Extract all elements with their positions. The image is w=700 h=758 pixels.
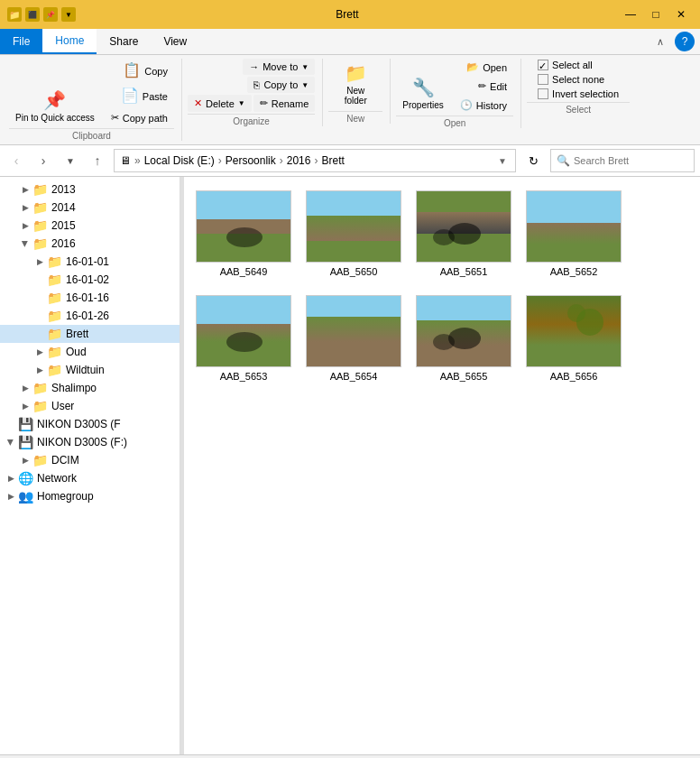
sidebar-item-dcim[interactable]: ▶ 📁 DCIM [0,451,180,469]
file-item-AAB_5654[interactable]: AAB_5654 [303,291,404,386]
sidebar-item-network[interactable]: ▶ 🌐 Network [0,469,180,487]
new-folder-button[interactable]: 📁 Newfolder [328,59,382,109]
tree-label-nikon-e: NIKON D300S (F [37,418,121,430]
maximize-button[interactable]: □ [644,5,668,23]
file-item-AAB_5652[interactable]: AAB_5652 [523,186,624,282]
tab-home[interactable]: Home [42,29,97,54]
select-none-item[interactable]: Select none [534,73,622,86]
sidebar-item-brett[interactable]: 📁 Brett [0,325,180,343]
invert-checkbox[interactable] [538,88,548,99]
sidebar-item-2015[interactable]: ▶ 📁 2015 [0,217,180,235]
refresh-button[interactable]: ↻ [521,149,545,172]
title-bar: 📁 ⬛ 📌 ▼ Brett — □ ✕ [0,0,700,29]
history-button[interactable]: 🕒 History [454,97,513,114]
sidebar-item-nikon-e[interactable]: 💾 NIKON D300S (F [0,415,180,433]
delete-button[interactable]: ✕ Delete ▼ [188,95,252,112]
sidebar-item-16-01-01[interactable]: ▶ 📁 16-01-01 [0,253,180,271]
dropdown-icon[interactable]: ▼ [61,7,76,22]
tree-label-user: User [51,400,74,412]
select-label: Select [527,102,630,115]
file-item-AAB_5655[interactable]: AAB_5655 [413,291,514,386]
recent-locations-button[interactable]: ▼ [60,150,81,171]
sidebar: ▶ 📁 2013 ▶ 📁 2014 ▶ 📁 2015 ▶ 📁 2016 ▶ 📁 … [0,177,180,754]
photo-svg-AAB_5652 [527,190,621,263]
sidebar-item-oud[interactable]: ▶ 📁 Oud [0,343,180,361]
paste-button[interactable]: 📄 Paste [105,84,174,108]
path-dropdown-arrow[interactable]: ▼ [495,149,510,172]
help-button[interactable]: ? [675,32,695,51]
tree-arrow-user[interactable]: ▶ [18,402,32,411]
copy-to-button[interactable]: ⎘ Copy to ▼ [247,77,315,93]
back-button[interactable]: ‹ [5,150,27,171]
cut-button[interactable]: ✂ Copy path [105,109,174,126]
tree-arrow-2016[interactable]: ▶ [21,236,30,251]
path-2016[interactable]: 2016 [287,154,311,167]
sidebar-item-homegroup[interactable]: ▶ 👥 Homegroup [0,487,180,505]
close-button[interactable]: ✕ [669,5,693,23]
open-group: 🔧 Properties 📂 Open ✏ Edit 🕒 History [392,59,521,128]
tree-arrow-network[interactable]: ▶ [4,474,18,483]
pin-to-quick-access-button[interactable]: 📌 Pin to Quick access [9,86,101,126]
edit-button[interactable]: ✏ Edit [454,78,513,95]
file-label-AAB_5652: AAB_5652 [550,266,598,277]
refresh-icon: ↻ [529,154,539,168]
move-to-button[interactable]: → Move to ▼ [243,59,315,75]
folder-icon-16-01-16: 📁 [47,291,62,305]
folder-icon: 📁 [345,62,367,84]
path-persoonlik[interactable]: Persoonlik [226,154,276,167]
properties-button[interactable]: 🔧 Properties [396,73,450,114]
sidebar-item-16-01-02[interactable]: 📁 16-01-02 [0,271,180,289]
tree-arrow-nikon-f[interactable]: ▶ [6,435,15,449]
path-localdisk[interactable]: Local Disk (E:) [144,154,215,167]
sidebar-item-2014[interactable]: ▶ 📁 2014 [0,199,180,217]
tree-arrow-16-01-01[interactable]: ▶ [32,257,47,266]
sidebar-item-nikon-f[interactable]: ▶ 💾 NIKON D300S (F:) [0,433,180,451]
tree-arrow-wildtuin[interactable]: ▶ [32,365,47,374]
forward-button[interactable]: › [32,150,54,171]
file-item-AAB_5649[interactable]: AAB_5649 [193,186,294,282]
search-box[interactable]: 🔍 [550,149,695,172]
path-brett[interactable]: Brett [321,154,344,167]
tree-arrow-2015[interactable]: ▶ [18,221,32,230]
sidebar-item-shalimpo[interactable]: ▶ 📁 Shalimpo [0,379,180,397]
tab-share[interactable]: Share [97,29,151,54]
dropdown-arrow2: ▼ [301,81,309,89]
tab-file[interactable]: File [0,29,42,54]
sidebar-item-16-01-26[interactable]: 📁 16-01-26 [0,307,180,325]
file-item-AAB_5651[interactable]: AAB_5651 [413,186,514,282]
svg-point-2 [433,229,455,245]
tree-label-brett: Brett [66,328,88,340]
tree-arrow-2013[interactable]: ▶ [18,185,32,194]
delete-icon: ✕ [194,97,202,109]
tree-arrow-2014[interactable]: ▶ [18,203,32,212]
collapse-ribbon-button[interactable]: ∧ [649,31,671,52]
tab-view[interactable]: View [151,29,199,54]
up-button[interactable]: ↑ [87,150,108,171]
rename-button[interactable]: ✏ Rename [253,95,316,112]
tree-arrow-homegroup[interactable]: ▶ [4,492,18,501]
organize-items: → Move to ▼ ⎘ Copy to ▼ ✕ Delete ▼ [188,59,315,112]
invert-selection-item[interactable]: Invert selection [534,88,622,100]
tree-arrow-shalimpo[interactable]: ▶ [18,384,32,393]
file-label-AAB_5654: AAB_5654 [330,371,378,382]
sidebar-item-user[interactable]: ▶ 📁 User [0,397,180,415]
sidebar-item-2013[interactable]: ▶ 📁 2013 [0,180,180,199]
open-button[interactable]: 📂 Open [454,59,513,76]
minimize-button[interactable]: — [619,5,642,23]
select-all-checkbox[interactable]: ✓ [538,60,548,70]
tree-arrow-dcim[interactable]: ▶ [18,456,32,465]
file-item-AAB_5656[interactable]: AAB_5656 [523,291,624,386]
thumbnail-AAB_5656 [526,295,622,367]
file-label-AAB_5650: AAB_5650 [330,266,378,277]
sidebar-item-wildtuin[interactable]: ▶ 📁 Wildtuin [0,361,180,379]
copy-button[interactable]: 📋 Copy [105,59,174,83]
tree-arrow-oud[interactable]: ▶ [32,347,47,356]
select-none-checkbox[interactable] [538,74,548,85]
search-input[interactable] [574,155,682,166]
file-item-AAB_5653[interactable]: AAB_5653 [193,291,294,386]
file-item-AAB_5650[interactable]: AAB_5650 [303,186,404,282]
sidebar-item-2016[interactable]: ▶ 📁 2016 [0,235,180,253]
folder-icon-2016: 📁 [32,236,48,251]
select-all-item[interactable]: ✓ Select all [534,59,622,71]
sidebar-item-16-01-16[interactable]: 📁 16-01-16 [0,289,180,307]
